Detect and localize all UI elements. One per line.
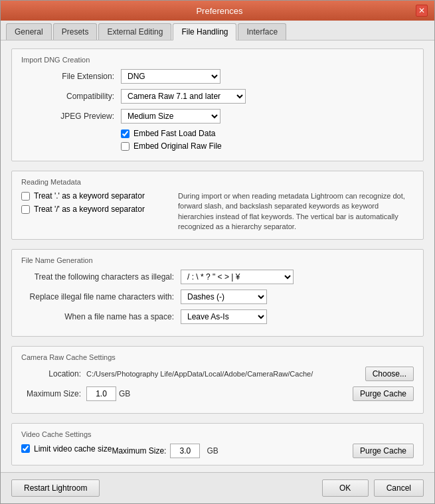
illegal-chars-select[interactable]: / : \ * ? " < > | ¥ [181, 270, 294, 284]
choose-button[interactable]: Choose... [365, 367, 414, 381]
embed-original-label: Embed Original Raw File [133, 141, 222, 151]
file-extension-label: File Extension: [21, 72, 114, 81]
restart-button[interactable]: Restart Lightroom [11, 479, 100, 497]
replace-chars-select[interactable]: Dashes (-) [181, 290, 267, 304]
window-title: Preferences [23, 6, 416, 16]
keyword-dot-checkbox[interactable] [21, 192, 30, 201]
preferences-window: Preferences ✕ General Presets External E… [0, 0, 435, 504]
ok-button[interactable]: OK [322, 479, 369, 497]
space-row: When a file name has a space: Leave As-I… [21, 309, 414, 324]
limit-video-label: Limit video cache size [34, 444, 112, 454]
embed-fast-load-label: Embed Fast Load Data [133, 129, 215, 138]
tabs-bar: General Presets External Editing File Ha… [1, 21, 434, 41]
compatibility-label: Compatibility: [21, 92, 114, 101]
tab-interface[interactable]: Interface [238, 23, 286, 40]
cache-size-input[interactable] [86, 386, 116, 401]
import-dng-section: Import DNG Creation File Extension: DNG … [11, 48, 424, 161]
tab-presets[interactable]: Presets [53, 23, 98, 40]
camera-raw-cache-section: Camera Raw Cache Settings Location: C:/U… [11, 346, 424, 414]
video-size-input[interactable] [170, 444, 200, 458]
cache-max-size-label: Maximum Size: [21, 389, 81, 398]
compatibility-select[interactable]: Camera Raw 7.1 and later [121, 89, 246, 104]
replace-chars-row: Replace illegal file name characters wit… [21, 290, 414, 304]
reading-metadata-inner: Treat '.' as a keyword separator Treat '… [21, 191, 414, 232]
content-area: Import DNG Creation File Extension: DNG … [1, 41, 434, 472]
reading-info: During import or when reading metadata L… [178, 191, 414, 232]
limit-video-row: Limit video cache size [21, 444, 112, 454]
keyword-slash-checkbox[interactable] [21, 205, 30, 214]
cancel-button[interactable]: Cancel [374, 479, 424, 497]
video-left: Limit video cache size [21, 444, 112, 458]
camera-raw-cache-label: Camera Raw Cache Settings [21, 353, 414, 361]
compatibility-row: Compatibility: Camera Raw 7.1 and later [21, 89, 414, 104]
import-dng-label: Import DNG Creation [21, 56, 414, 64]
reading-metadata-label: Reading Metadata [21, 178, 414, 186]
jpeg-preview-row: JPEG Preview: Medium Size [21, 109, 414, 124]
tab-external-editing[interactable]: External Editing [98, 23, 171, 40]
video-gb-label: GB [207, 446, 218, 456]
cache-location-path: C:/Users/Photography Life/AppData/Local/… [86, 370, 360, 378]
jpeg-preview-label: JPEG Preview: [21, 112, 114, 121]
video-cache-label: Video Cache Settings [21, 430, 414, 438]
keyword-slash-label: Treat '/' as a keyword separator [34, 205, 145, 214]
illegal-chars-label: Treat the following characters as illega… [21, 272, 174, 282]
space-select[interactable]: Leave As-Is [181, 309, 267, 324]
cache-location-row: Location: C:/Users/Photography Life/AppD… [21, 367, 414, 381]
footer: Restart Lightroom OK Cancel [1, 472, 434, 503]
space-label: When a file name has a space: [21, 312, 174, 321]
embed-fast-load-row: Embed Fast Load Data [121, 129, 414, 138]
file-extension-row: File Extension: DNG [21, 69, 414, 84]
jpeg-preview-select[interactable]: Medium Size [121, 109, 220, 124]
footer-right: OK Cancel [322, 479, 424, 497]
replace-chars-label: Replace illegal file name characters wit… [21, 292, 174, 301]
video-cache-section: Video Cache Settings Limit video cache s… [11, 423, 424, 465]
video-cache-inner: Limit video cache size Maximum Size: GB … [21, 444, 414, 458]
cache-gb-label: GB [119, 389, 130, 398]
title-bar: Preferences ✕ [1, 1, 434, 21]
keyword-slash-row: Treat '/' as a keyword separator [21, 205, 167, 214]
file-name-section: File Name Generation Treat the following… [11, 249, 424, 337]
embed-original-checkbox[interactable] [121, 142, 130, 151]
file-name-label: File Name Generation [21, 256, 414, 264]
close-button[interactable]: ✕ [416, 5, 428, 17]
purge-video-button[interactable]: Purge Cache [353, 444, 414, 458]
keyword-dot-label: Treat '.' as a keyword separator [34, 191, 145, 201]
illegal-chars-row: Treat the following characters as illega… [21, 270, 414, 284]
embed-fast-load-checkbox[interactable] [121, 129, 130, 138]
cache-location-label: Location: [21, 369, 81, 378]
reading-left: Treat '.' as a keyword separator Treat '… [21, 191, 167, 232]
keyword-dot-row: Treat '.' as a keyword separator [21, 191, 167, 201]
video-right: Maximum Size: GB Purge Cache [112, 444, 414, 458]
limit-video-checkbox[interactable] [21, 444, 30, 453]
embed-original-row: Embed Original Raw File [121, 141, 414, 151]
tab-file-handling[interactable]: File Handling [173, 23, 236, 41]
file-extension-select[interactable]: DNG [121, 69, 220, 84]
purge-cache-button[interactable]: Purge Cache [353, 386, 414, 401]
tab-general[interactable]: General [6, 23, 52, 40]
video-max-size-label: Maximum Size: [112, 446, 166, 456]
reading-metadata-section: Reading Metadata Treat '.' as a keyword … [11, 171, 424, 240]
cache-size-row: Maximum Size: GB Purge Cache [21, 386, 414, 401]
